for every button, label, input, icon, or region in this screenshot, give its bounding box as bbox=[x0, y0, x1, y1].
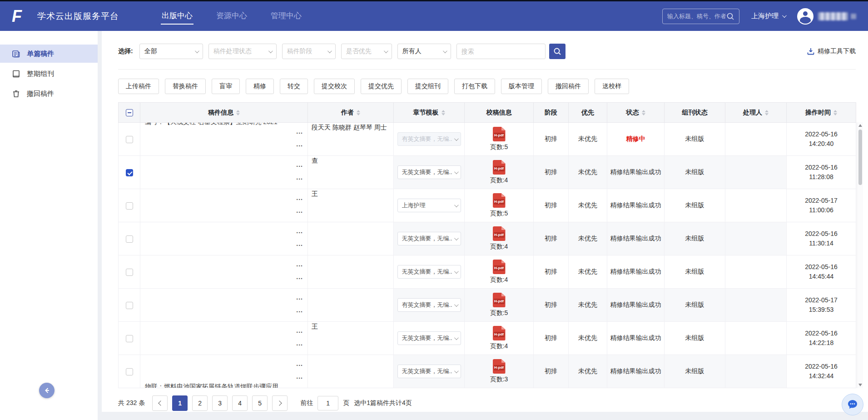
row-checkbox[interactable] bbox=[126, 302, 133, 309]
org-dropdown[interactable]: 上海护理 bbox=[751, 12, 785, 20]
filter-select-owner[interactable]: 所有人 bbox=[397, 44, 451, 59]
pdf-file-icon[interactable]: H-pdf bbox=[493, 193, 506, 208]
submit-priority-button[interactable]: 提交优先 bbox=[361, 79, 402, 94]
nav-tab-publish-center[interactable]: 出版中心 bbox=[161, 8, 193, 25]
manuscript-info-cell: 编号：【天线支柱·右基文检票】立刻研究 2021 ... ... bbox=[140, 123, 308, 155]
table-row: ... ... 王 无英文摘要，无编.. H-pdf 页数:4 初排 未优先 精… bbox=[119, 322, 856, 355]
manuscript-info-cell: ... ... bbox=[140, 156, 308, 189]
row-checkbox[interactable] bbox=[126, 269, 133, 276]
chapter-template-select[interactable]: 有英文摘要，无编.. bbox=[397, 132, 461, 146]
back-button[interactable] bbox=[39, 383, 55, 398]
pdf-file-icon[interactable]: H-pdf bbox=[493, 326, 506, 340]
page-button-3[interactable]: 3 bbox=[212, 395, 228, 411]
col-header-priority: 优先 bbox=[581, 109, 594, 117]
filter-search-button[interactable] bbox=[549, 44, 565, 59]
select-all-checkbox[interactable] bbox=[126, 109, 133, 116]
row-checkbox[interactable] bbox=[126, 335, 133, 342]
col-header-proof-info: 校稿信息 bbox=[486, 109, 512, 117]
row-checkbox[interactable] bbox=[126, 169, 133, 176]
pdf-file-icon[interactable]: H-pdf bbox=[493, 359, 506, 374]
filter-select-all[interactable]: 全部 bbox=[139, 44, 203, 59]
package-download-button[interactable]: 打包下载 bbox=[454, 79, 495, 94]
row-checkbox[interactable] bbox=[126, 136, 133, 143]
row-checkbox[interactable] bbox=[126, 368, 133, 375]
selection-info: 选中1篇稿件共计4页 bbox=[354, 399, 412, 407]
table-scrollbar[interactable] bbox=[857, 122, 863, 388]
sort-icon[interactable] bbox=[642, 110, 645, 115]
arrow-left-icon bbox=[43, 387, 50, 394]
page-count: 页数:4 bbox=[465, 276, 533, 284]
filter-select-priority[interactable]: 是否优先 bbox=[341, 44, 392, 59]
filter-select-stage[interactable]: 稿件阶段 bbox=[282, 44, 336, 59]
replace-manuscript-button[interactable]: 替换稿件 bbox=[165, 79, 206, 94]
prev-page-button[interactable] bbox=[152, 395, 168, 411]
chapter-template-select[interactable]: 无英文摘要，无编.. bbox=[397, 365, 461, 378]
nav-tab-manage-center[interactable]: 管理中心 bbox=[270, 8, 303, 25]
sidebar-item-single-manuscript[interactable]: 单篇稿件 bbox=[0, 45, 98, 63]
row-checkbox[interactable] bbox=[126, 235, 133, 243]
chevron-down-icon bbox=[454, 335, 458, 340]
refine-tool-download-link[interactable]: 精修工具下载 bbox=[807, 47, 856, 55]
operate-time-cell: 2022-05-16 14:45:44 bbox=[787, 255, 856, 289]
operate-time: 11:28:08 bbox=[787, 172, 856, 182]
submit-issue-button[interactable]: 提交组刊 bbox=[407, 79, 448, 94]
scroll-down-icon[interactable] bbox=[858, 384, 862, 386]
sort-icon[interactable] bbox=[236, 110, 240, 115]
upload-manuscript-button[interactable]: 上传稿件 bbox=[118, 79, 159, 94]
ellipsis-text: ... bbox=[296, 241, 303, 246]
chapter-template-select[interactable]: 无英文摘要，无编.. bbox=[397, 165, 461, 179]
operate-time-cell: 2022-05-16 14:32:44 bbox=[787, 355, 856, 388]
pdf-file-icon[interactable]: H-pdf bbox=[493, 260, 506, 274]
filter-search-input[interactable] bbox=[456, 44, 546, 59]
scrollbar-thumb[interactable] bbox=[858, 130, 862, 185]
manuscript-info-cell: ... ... bbox=[140, 255, 308, 288]
row-checkbox[interactable] bbox=[126, 202, 133, 210]
nav-tab-resource-center[interactable]: 资源中心 bbox=[215, 8, 248, 25]
search-icon[interactable] bbox=[726, 12, 734, 20]
ellipsis-text: ... bbox=[296, 262, 303, 266]
page-button-2[interactable]: 2 bbox=[192, 395, 208, 411]
pdf-file-icon[interactable]: H-pdf bbox=[493, 226, 506, 241]
sort-icon[interactable] bbox=[833, 110, 837, 115]
filter-select-process-status[interactable]: 稿件处理状态 bbox=[208, 44, 277, 59]
stage-cell: 初排 bbox=[534, 355, 569, 388]
send-proof-button[interactable]: 送校样 bbox=[595, 79, 629, 94]
sort-icon[interactable] bbox=[441, 110, 445, 115]
refine-button[interactable]: 精修 bbox=[246, 79, 274, 94]
submit-proof-round-button[interactable]: 提交校次 bbox=[314, 79, 355, 94]
pdf-file-icon[interactable]: H-pdf bbox=[493, 160, 506, 175]
sidebar-item-whole-issue[interactable]: 整期组刊 bbox=[0, 65, 98, 83]
sidebar-item-withdrawn[interactable]: 撤回稿件 bbox=[0, 85, 98, 103]
handler-cell bbox=[725, 289, 787, 322]
chapter-template-select[interactable]: 无英文摘要，无编.. bbox=[397, 232, 461, 245]
page-button-5[interactable]: 5 bbox=[252, 395, 268, 411]
chapter-template-select[interactable]: 上海护理 bbox=[397, 199, 461, 212]
version-manage-button[interactable]: 版本管理 bbox=[501, 79, 542, 94]
operate-date: 2022-05-16 bbox=[787, 329, 856, 338]
download-icon bbox=[807, 48, 814, 55]
global-search-box[interactable] bbox=[662, 9, 739, 24]
transfer-button[interactable]: 转交 bbox=[280, 79, 308, 94]
manuscript-info-cell: ... ... 物联：燃料电池国家拓展链条轨道烟联步骤应用 bbox=[140, 355, 308, 388]
status-text: 精修中 bbox=[626, 135, 645, 142]
col-header-author: 作者 bbox=[341, 109, 354, 117]
page-button-4[interactable]: 4 bbox=[232, 395, 248, 411]
avatar[interactable] bbox=[797, 8, 813, 25]
sort-icon[interactable] bbox=[765, 110, 769, 115]
operate-time: 11:30:14 bbox=[787, 239, 856, 248]
scroll-up-icon[interactable] bbox=[858, 124, 862, 127]
page-button-1[interactable]: 1 bbox=[172, 395, 188, 411]
chapter-template-select[interactable]: 有英文摘要，无编.. bbox=[397, 298, 461, 312]
withdraw-manuscript-button[interactable]: 撤回稿件 bbox=[548, 79, 589, 94]
chapter-template-select[interactable]: 无英文摘要，无编.. bbox=[397, 331, 461, 345]
customer-service-button[interactable] bbox=[842, 394, 863, 415]
pdf-file-icon[interactable]: H-pdf bbox=[493, 293, 506, 307]
blind-review-button[interactable]: 盲审 bbox=[212, 79, 240, 94]
sort-icon[interactable] bbox=[357, 110, 360, 115]
goto-page-input[interactable] bbox=[317, 396, 338, 410]
chapter-template-select[interactable]: 无英文摘要，无编.. bbox=[397, 265, 461, 279]
operate-time: 14:22:18 bbox=[787, 338, 856, 348]
pdf-file-icon[interactable]: H-pdf bbox=[493, 127, 506, 141]
next-page-button[interactable] bbox=[272, 395, 288, 411]
global-search-input[interactable] bbox=[667, 13, 726, 20]
